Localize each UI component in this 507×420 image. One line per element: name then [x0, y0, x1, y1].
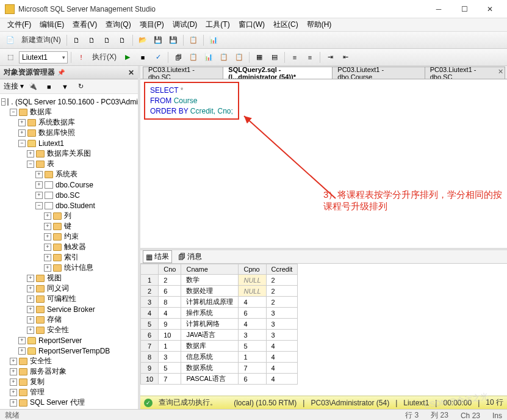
tree-management[interactable]: +管理: [1, 387, 137, 397]
tree-table-sc[interactable]: +dbo.SC: [1, 190, 137, 200]
table-row[interactable]: 59计算机网络43: [141, 319, 298, 330]
table-row[interactable]: 44操作系统63: [141, 308, 298, 319]
table-row[interactable]: 610JAVA语言33: [141, 330, 298, 341]
menu-edit[interactable]: 编辑(E): [36, 18, 68, 31]
tree-indexes[interactable]: +索引: [1, 252, 137, 262]
tree-keys[interactable]: +键: [1, 221, 137, 231]
parse-icon[interactable]: ✓: [151, 51, 165, 64]
toolbar-icon[interactable]: 📋: [187, 51, 200, 64]
tree-server-objects[interactable]: +服务器对象: [1, 366, 137, 377]
messages-tab[interactable]: 🗐消息: [176, 251, 204, 262]
table-row[interactable]: 26数据处理NULL2: [141, 286, 298, 297]
menu-file[interactable]: 文件(F): [4, 18, 35, 31]
tree-db-snapshot[interactable]: +数据库快照: [1, 128, 137, 138]
uncomment-icon[interactable]: ≡: [303, 51, 317, 64]
tree-sys-db[interactable]: +系统数据库: [1, 117, 137, 128]
tree-security-server[interactable]: +安全性: [1, 356, 137, 366]
column-header[interactable]: Ccredit: [266, 264, 298, 275]
tree-server-root[interactable]: −. (SQL Server 10.50.1600 - PC03\Adminis…: [1, 96, 137, 107]
menu-tools[interactable]: 工具(T): [202, 18, 233, 31]
outdent-icon[interactable]: ⇤: [339, 51, 352, 64]
toolbar-icon[interactable]: 📊: [202, 51, 215, 64]
menu-help[interactable]: 帮助(H): [303, 18, 336, 31]
tab-close-icon[interactable]: ✕: [498, 68, 503, 76]
table-row[interactable]: 12数学NULL2: [141, 275, 298, 286]
column-header[interactable]: Cno: [159, 264, 181, 275]
table-row[interactable]: 95数据系统74: [141, 363, 298, 374]
toolbar-icon[interactable]: 🗐: [171, 51, 185, 64]
toolbar-icon[interactable]: 🗋: [101, 34, 114, 47]
save-all-icon[interactable]: 💾: [167, 34, 180, 47]
tree-storage[interactable]: +存储: [1, 314, 137, 325]
tab-sqlquery[interactable]: SQLQuery2.sql - (l...dministrator (54))*: [223, 67, 333, 79]
results-grid[interactable]: CnoCnameCpnoCcredit12数学NULL226数据处理NULL23…: [140, 264, 507, 396]
tree-triggers[interactable]: +触发器: [1, 242, 137, 252]
toolbar-icon[interactable]: 🗋: [85, 34, 99, 47]
tree-db-liutext[interactable]: −Liutext1: [1, 138, 137, 148]
menu-community[interactable]: 社区(C): [270, 18, 302, 31]
database-selector[interactable]: Liutext1: [19, 51, 68, 63]
tree-table-student[interactable]: −dbo.Student: [1, 200, 137, 211]
tree-views[interactable]: +视图: [1, 273, 137, 283]
connect-icon[interactable]: 🔌: [26, 80, 40, 93]
table-row[interactable]: 71数据库54: [141, 341, 298, 352]
execute-icon[interactable]: !: [74, 51, 88, 64]
debug-icon[interactable]: ▶: [121, 51, 134, 64]
toolbar-icon[interactable]: 📋: [217, 51, 231, 64]
results-text-icon[interactable]: ▤: [268, 51, 281, 64]
tree-stats[interactable]: +统计信息: [1, 262, 137, 273]
toolbox-icon[interactable]: 📋: [187, 34, 200, 47]
column-header[interactable]: Cpno: [239, 264, 266, 275]
new-query-icon[interactable]: 📄: [4, 34, 17, 47]
stop-icon[interactable]: ■: [136, 51, 149, 64]
disconnect-icon[interactable]: ■: [42, 80, 56, 93]
tree-reportserver[interactable]: +ReportServer: [1, 335, 137, 346]
comment-icon[interactable]: ≡: [288, 51, 301, 64]
pin-icon[interactable]: 📌: [57, 69, 65, 76]
indent-icon[interactable]: ⇥: [323, 51, 337, 64]
tree-programmability[interactable]: +可编程性: [1, 294, 137, 304]
maximize-button[interactable]: ☐: [452, 1, 476, 17]
toolbar-icon[interactable]: 🗋: [116, 34, 129, 47]
tree-databases[interactable]: −数据库: [1, 107, 137, 117]
results-tab[interactable]: ▦结果: [143, 250, 172, 263]
connect-button[interactable]: 连接 ▾: [4, 81, 24, 92]
tree-replication[interactable]: +复制: [1, 377, 137, 387]
execute-button[interactable]: 执行(X): [90, 52, 119, 62]
toolbar-icon[interactable]: 🗋: [70, 34, 84, 47]
table-row[interactable]: 38计算机组成原理42: [141, 297, 298, 308]
tree-columns[interactable]: +列: [1, 211, 137, 221]
menu-project[interactable]: 项目(P): [136, 18, 168, 31]
close-button[interactable]: ✕: [478, 1, 502, 17]
tree-sql-agent[interactable]: +SQL Server 代理: [1, 397, 137, 408]
tree-security[interactable]: +安全性: [1, 325, 137, 335]
tree-db-diagram[interactable]: +数据库关系图: [1, 148, 137, 159]
table-row[interactable]: 83信息系统14: [141, 352, 298, 363]
tree-constraints[interactable]: +约束: [1, 231, 137, 242]
toolbar-icon[interactable]: ⬚: [4, 51, 17, 64]
menu-view[interactable]: 查看(V): [69, 18, 101, 31]
filter-icon[interactable]: ▼: [58, 80, 71, 93]
toolbar-icon[interactable]: 📋: [232, 51, 246, 64]
tree-tables[interactable]: −表: [1, 159, 137, 169]
tab-course[interactable]: PC03.Liutext1 - dbo.Course: [332, 67, 425, 79]
menu-query[interactable]: 查询(Q): [102, 18, 134, 31]
save-icon[interactable]: 💾: [151, 34, 165, 47]
menu-window[interactable]: 窗口(W): [235, 18, 268, 31]
menu-debug[interactable]: 调试(D): [169, 18, 201, 31]
refresh-icon[interactable]: ↻: [74, 80, 87, 93]
tree-reportserver-temp[interactable]: +ReportServerTempDB: [1, 346, 137, 356]
tree-table-course[interactable]: +dbo.Course: [1, 179, 137, 190]
activity-icon[interactable]: 📊: [207, 34, 220, 47]
object-tree[interactable]: −. (SQL Server 10.50.1600 - PC03\Adminis…: [0, 94, 138, 409]
sql-editor[interactable]: SELECT * FROM Course ORDER BY Ccredit, C…: [140, 79, 507, 250]
panel-close-icon[interactable]: ✕: [128, 68, 134, 77]
tree-service-broker[interactable]: +Service Broker: [1, 304, 137, 314]
column-header[interactable]: [141, 264, 159, 275]
table-row[interactable]: 107PASCAL语言64: [141, 374, 298, 385]
tree-synonyms[interactable]: +同义词: [1, 283, 137, 294]
minimize-button[interactable]: ─: [426, 1, 451, 17]
results-grid-icon[interactable]: ▦: [253, 51, 266, 64]
open-icon[interactable]: 📂: [136, 34, 149, 47]
new-query-button[interactable]: 新建查询(N): [19, 35, 63, 45]
